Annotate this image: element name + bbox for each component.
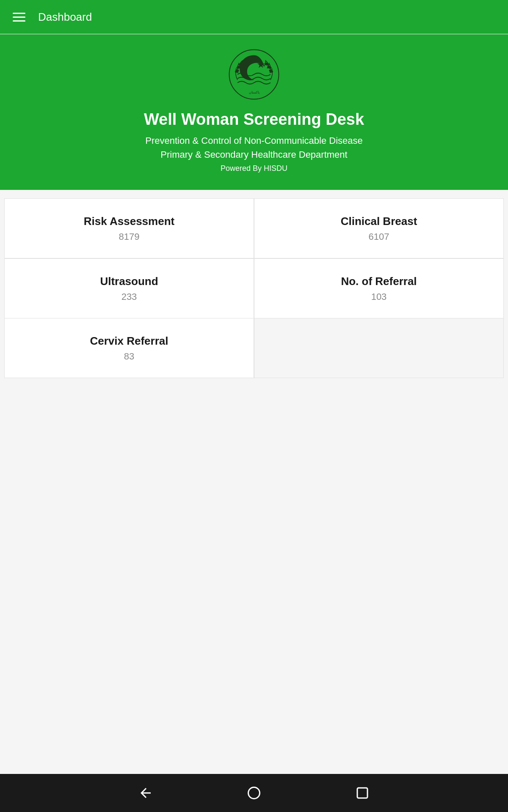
main-content: Risk Assessment 8179 Clinical Breast 610…	[0, 190, 508, 774]
logo: پاکستان	[226, 47, 282, 102]
subtitle-line1: Prevention & Control of Non-Communicable…	[145, 134, 363, 148]
svg-point-2	[235, 69, 240, 74]
stat-label-ultrasound: Ultrasound	[100, 275, 158, 288]
stat-label-no-of-referral: No. of Referral	[341, 275, 417, 288]
recents-button[interactable]	[351, 781, 374, 805]
home-button[interactable]	[242, 781, 266, 805]
hamburger-menu-button[interactable]	[13, 13, 25, 22]
page-title: Dashboard	[38, 11, 92, 24]
stat-card-risk-assessment[interactable]: Risk Assessment 8179	[5, 199, 254, 258]
stat-card-ultrasound[interactable]: Ultrasound 233	[5, 259, 254, 318]
subtitle-line2: Primary & Secondary Healthcare Departmen…	[160, 148, 347, 162]
stat-label-risk-assessment: Risk Assessment	[84, 215, 174, 228]
stat-value-ultrasound: 233	[121, 291, 137, 302]
powered-by-text: Powered By HISDU	[221, 164, 287, 173]
stat-value-clinical-breast: 6107	[369, 231, 389, 242]
stat-value-risk-assessment: 8179	[119, 231, 140, 242]
top-nav-bar: Dashboard	[0, 0, 508, 34]
app-title: Well Woman Screening Desk	[144, 110, 364, 129]
stat-label-cervix-referral: Cervix Referral	[90, 335, 168, 348]
bottom-nav-bar	[0, 774, 508, 812]
stat-label-clinical-breast: Clinical Breast	[341, 215, 417, 228]
svg-text:پاکستان: پاکستان	[249, 91, 260, 95]
stat-card-cervix-referral[interactable]: Cervix Referral 83	[5, 318, 254, 378]
svg-point-9	[248, 787, 260, 799]
stats-grid: Risk Assessment 8179 Clinical Breast 610…	[4, 198, 504, 318]
stat-card-empty	[254, 318, 503, 378]
stat-card-clinical-breast[interactable]: Clinical Breast 6107	[254, 199, 503, 258]
stat-card-no-of-referral[interactable]: No. of Referral 103	[254, 259, 503, 318]
svg-rect-10	[357, 788, 367, 798]
hero-section: پاکستان Well Woman Screening Desk Preven…	[0, 34, 508, 190]
stat-value-cervix-referral: 83	[124, 351, 134, 362]
svg-point-5	[268, 69, 273, 74]
stat-value-no-of-referral: 103	[371, 291, 387, 302]
back-button[interactable]	[134, 781, 157, 805]
stats-bottom-row: Cervix Referral 83	[4, 318, 504, 378]
